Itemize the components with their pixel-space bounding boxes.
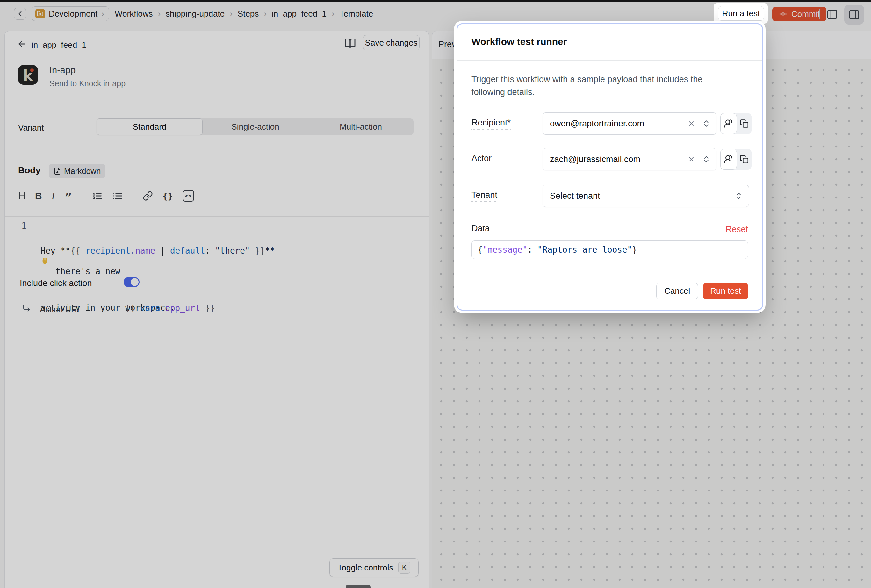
run-a-test-button[interactable]: Run a test [718, 6, 764, 21]
recipient-row: Recipient* owen@raptortrainer.com [471, 112, 748, 135]
recipient-actions-group [720, 113, 751, 134]
modal-header: Workflow test runner [458, 24, 762, 60]
actor-combobox[interactable]: zach@jurassicmail.com [543, 148, 717, 171]
actor-row: Actor zach@jurassicmail.com [471, 148, 748, 171]
data-json-input[interactable]: {"message": "Raptors are loose"} [471, 241, 748, 259]
actor-value: zach@jurassicmail.com [550, 154, 687, 165]
actor-copy-button[interactable] [737, 149, 751, 170]
copy-icon [740, 119, 749, 128]
tenant-row: Tenant Select tenant [471, 185, 748, 207]
users-icon [724, 154, 733, 164]
modal-description: Trigger this workflow with a sample payl… [471, 73, 730, 99]
modal-footer: Cancel Run test [458, 272, 762, 310]
modal-title: Workflow test runner [471, 36, 567, 47]
data-label: Data [471, 224, 490, 235]
data-reset-link[interactable]: Reset [726, 224, 748, 235]
recipient-user-lookup-button[interactable] [720, 113, 737, 134]
run-test-button[interactable]: Run test [703, 283, 748, 299]
actor-chevrons-up-down-icon[interactable] [702, 155, 711, 163]
recipient-label: Recipient* [471, 118, 511, 130]
tenant-select[interactable]: Select tenant [543, 185, 749, 207]
workflow-test-runner-modal: Workflow test runner Trigger this workfl… [456, 23, 763, 311]
cancel-button[interactable]: Cancel [656, 283, 698, 299]
actor-actions-group [720, 149, 751, 170]
tenant-label: Tenant [471, 190, 497, 202]
users-icon [724, 119, 733, 129]
data-header-row: Data Reset [471, 224, 748, 235]
actor-label: Actor [471, 154, 492, 165]
actor-clear-button[interactable] [687, 156, 695, 163]
recipient-combobox[interactable]: owen@raptortrainer.com [543, 112, 717, 135]
actor-user-lookup-button[interactable] [720, 149, 737, 170]
recipient-clear-button[interactable] [687, 120, 695, 127]
app-window: Development › Workflows › shipping-updat… [0, 0, 871, 588]
recipient-value: owen@raptortrainer.com [550, 119, 687, 129]
modal-body: Trigger this workflow with a sample payl… [458, 61, 762, 259]
chevrons-up-down-icon [735, 192, 743, 200]
recipient-chevrons-up-down-icon[interactable] [702, 120, 711, 128]
tenant-placeholder: Select tenant [550, 191, 735, 201]
copy-icon [740, 155, 749, 164]
recipient-copy-button[interactable] [737, 113, 751, 134]
